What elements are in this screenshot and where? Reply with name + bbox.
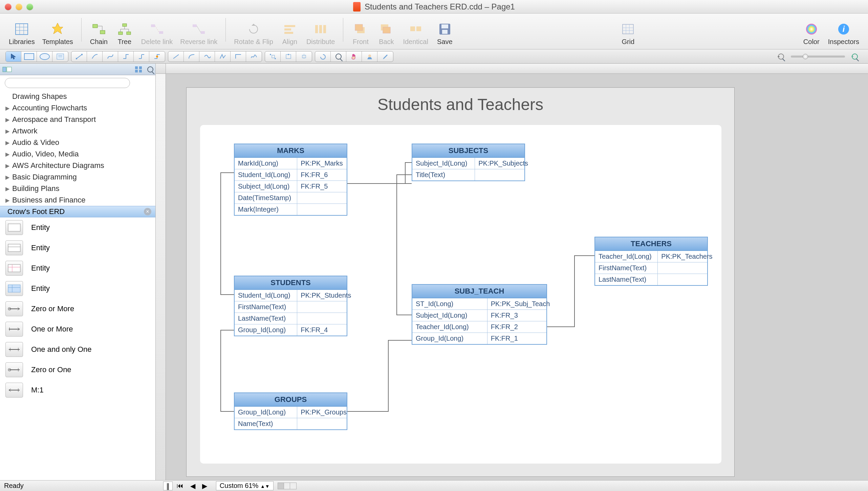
category-item[interactable]: Drawing Shapes	[0, 91, 155, 102]
color-button[interactable]: Color	[800, 20, 823, 47]
entity-marks[interactable]: MARKSMarkId(Long)PK:PK_MarksStudent_Id(L…	[234, 144, 347, 216]
connector[interactable]	[405, 162, 412, 163]
connector[interactable]	[220, 411, 234, 412]
arc-tool[interactable]	[184, 51, 199, 62]
connector[interactable]	[220, 330, 221, 411]
page-next-button[interactable]: ▶	[199, 482, 210, 490]
grid-button[interactable]: Grid	[616, 20, 640, 47]
connector-round-tool[interactable]	[134, 51, 149, 62]
connector[interactable]	[220, 172, 221, 294]
category-item[interactable]: ▶Building Plans	[0, 183, 155, 194]
crop-tool[interactable]	[362, 51, 377, 62]
shape-item[interactable]: Entity	[0, 258, 155, 278]
search-icon[interactable]	[147, 66, 153, 72]
zoom-out-button[interactable]: −	[773, 51, 789, 62]
connector[interactable]	[347, 183, 412, 184]
entity-students[interactable]: STUDENTSStudent_Id(Long)PK:PK_StudentsFi…	[234, 276, 347, 336]
back-button[interactable]: Back	[374, 20, 398, 47]
entity-teachers[interactable]: TEACHERSTeacher_Id(Long)PK:PK_TeachersFi…	[594, 237, 708, 286]
ellipse-tool[interactable]	[37, 51, 52, 62]
tree-button[interactable]: Tree	[113, 20, 136, 47]
rotate-tool[interactable]	[315, 51, 331, 62]
connector-edit-tool[interactable]	[149, 51, 165, 62]
align-button[interactable]: Align	[278, 20, 302, 47]
hand-tool[interactable]	[346, 51, 362, 62]
category-item[interactable]: ▶AWS Architecture Diagrams	[0, 160, 155, 171]
page-prev-button[interactable]: ◀	[188, 482, 198, 490]
connector[interactable]	[220, 330, 234, 330]
inspectors-button[interactable]: iInspectors	[825, 20, 862, 47]
category-item[interactable]: ▶Basic Diagramming	[0, 171, 155, 183]
snap-edge-tool[interactable]	[281, 51, 296, 62]
entity-groups[interactable]: GROUPSGroup_Id(Long)PK:PK_GroupsName(Tex…	[234, 392, 347, 430]
connector[interactable]	[388, 340, 389, 412]
connector-direct-tool[interactable]	[71, 51, 87, 62]
page-first-button[interactable]: ⏮	[174, 482, 186, 490]
delete-link-button[interactable]: Delete link	[138, 20, 175, 47]
reverse-link-button[interactable]: Reverse link	[177, 20, 220, 47]
libraries-button[interactable]: Libraries	[6, 20, 38, 47]
connector[interactable]	[547, 326, 574, 327]
pointer-tool[interactable]	[6, 51, 21, 62]
shape-item[interactable]: Entity	[0, 217, 155, 238]
entity-subjects[interactable]: SUBJECTSSubject_Id(Long)PK:PK_SubjectsTi…	[412, 144, 525, 181]
shape-item[interactable]: Zero or More	[0, 299, 155, 319]
shape-item[interactable]: One and only One	[0, 339, 155, 360]
category-item[interactable]: ▶Accounting Flowcharts	[0, 102, 155, 114]
connector-smart-tool[interactable]	[118, 51, 134, 62]
library-view-icon[interactable]	[2, 66, 12, 73]
shape-item[interactable]: Zero or One	[0, 360, 155, 380]
templates-button[interactable]: Templates	[40, 20, 76, 47]
minimize-window-button[interactable]	[16, 3, 22, 10]
connector[interactable]	[220, 294, 234, 295]
ruler-vertical[interactable]	[156, 74, 166, 480]
connector[interactable]	[396, 315, 412, 315]
category-item[interactable]: ▶Audio, Video, Media	[0, 148, 155, 160]
connector[interactable]	[347, 411, 388, 412]
shape-item[interactable]: Entity	[0, 238, 155, 258]
shape-item[interactable]: M:1	[0, 380, 155, 400]
connector-arc-tool[interactable]	[87, 51, 103, 62]
distribute-button[interactable]: Distribute	[304, 20, 338, 47]
identical-button[interactable]: Identical	[400, 20, 431, 47]
eyedropper-tool[interactable]	[377, 51, 393, 62]
selected-library[interactable]: Crow's Foot ERD ×	[0, 206, 155, 217]
category-item[interactable]: ▶Audio & Video	[0, 137, 155, 148]
page[interactable]: Students and Teachers MARKSMarkId(Long)P…	[186, 87, 735, 477]
category-item[interactable]: ▶Business and Finance	[0, 194, 155, 206]
save-button[interactable]: Save	[433, 20, 457, 47]
page-tabs[interactable]	[278, 483, 297, 489]
close-window-button[interactable]	[5, 3, 12, 10]
connector[interactable]	[388, 340, 412, 341]
rotate-flip-button[interactable]: Rotate & Flip	[231, 20, 276, 47]
zoom-slider[interactable]	[791, 56, 845, 58]
connector[interactable]	[396, 174, 412, 175]
entity-subj-teach[interactable]: SUBJ_TEACHST_Id(Long)PK:PK_Subj_TeachSub…	[412, 284, 547, 345]
chain-button[interactable]: Chain	[87, 20, 111, 47]
category-item[interactable]: ▶Artwork	[0, 125, 155, 137]
diagram-canvas[interactable]: MARKSMarkId(Long)PK:PK_MarksStudent_Id(L…	[200, 125, 721, 464]
connector[interactable]	[574, 255, 594, 256]
rect-tool[interactable]	[21, 51, 37, 62]
connector[interactable]	[220, 172, 234, 173]
close-library-icon[interactable]: ×	[144, 208, 151, 215]
front-button[interactable]: Front	[349, 20, 372, 47]
search-input[interactable]	[5, 78, 130, 88]
snap-guide-tool[interactable]	[296, 51, 312, 62]
zoom-in-button[interactable]: +	[847, 51, 863, 62]
connector[interactable]	[574, 255, 575, 327]
canvas-scroll[interactable]: Students and Teachers MARKSMarkId(Long)P…	[166, 74, 868, 480]
connector[interactable]	[396, 174, 397, 315]
zoom-window-button[interactable]	[26, 3, 33, 10]
category-item[interactable]: ▶Aerospace and Transport	[0, 114, 155, 125]
grid-view-icon[interactable]	[134, 66, 143, 73]
page-sep-button[interactable]: ‖	[163, 482, 173, 490]
orthogonal-tool[interactable]	[231, 51, 246, 62]
shape-item[interactable]: Entity	[0, 278, 155, 299]
zoom-indicator[interactable]: Custom 61% ▲▼	[216, 481, 274, 490]
snap-node-tool[interactable]	[265, 51, 281, 62]
connector[interactable]	[405, 162, 406, 184]
ruler-horizontal[interactable]	[166, 64, 868, 74]
spline-tool[interactable]	[199, 51, 215, 62]
freehand-tool[interactable]	[246, 51, 262, 62]
